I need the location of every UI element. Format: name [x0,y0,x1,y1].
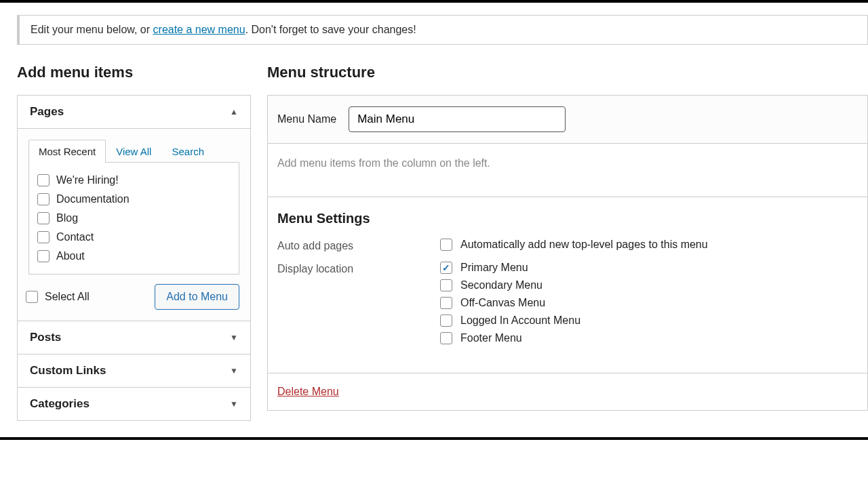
bottom-border [0,437,868,440]
checkbox[interactable] [37,250,50,262]
page-label: About [56,250,85,262]
page-label: Contact [56,231,94,243]
notice-prefix: Edit your menu below, or [31,24,153,35]
page-item[interactable]: Documentation [36,190,232,209]
chevron-down-icon [230,333,238,342]
location-label: Footer Menu [460,332,522,344]
tab-search[interactable]: Search [161,140,214,163]
accordion: Pages Most Recent View All Search We're … [17,95,251,421]
add-to-menu-button[interactable]: Add to Menu [155,284,239,310]
pages-tabs: Most Recent View All Search [28,140,239,163]
tab-view-all[interactable]: View All [106,140,161,163]
location-secondary-menu[interactable]: Secondary Menu [440,279,580,291]
tab-most-recent[interactable]: Most Recent [28,140,106,163]
accordion-categories-header[interactable]: Categories [18,387,250,420]
edit-menu-notice: Edit your menu below, or create a new me… [17,15,868,45]
delete-menu-link[interactable]: Delete Menu [277,386,339,397]
select-all-row[interactable]: Select All [26,291,90,303]
accordion-custom-links-title: Custom Links [30,364,106,378]
checkbox[interactable] [440,332,452,344]
checkbox[interactable] [440,314,452,327]
location-label: Logged In Account Menu [460,314,580,327]
display-location-row: Display location Primary Menu Secondary … [277,262,858,344]
add-menu-items-heading: Add menu items [17,64,251,81]
checkbox[interactable] [37,212,50,224]
display-location-label: Display location [277,262,440,275]
pages-footer: Select All Add to Menu [28,274,239,310]
location-logged-in-account-menu[interactable]: Logged In Account Menu [440,314,580,327]
accordion-posts-title: Posts [30,331,61,344]
checkbox[interactable] [37,193,50,205]
menu-structure-heading: Menu structure [267,64,868,81]
accordion-custom-links-header[interactable]: Custom Links [18,354,250,387]
page-label: We're Hiring! [56,174,119,186]
location-footer-menu[interactable]: Footer Menu [440,332,580,344]
chevron-down-icon [230,366,238,375]
page-item[interactable]: Blog [36,209,232,228]
checkbox[interactable] [440,297,452,309]
empty-structure-message: Add menu items from the column on the le… [268,144,867,197]
pages-list-box: We're Hiring! Documentation Blog Contact [28,162,239,274]
menu-name-row: Menu Name [268,96,867,144]
checkbox[interactable] [440,262,452,274]
location-primary-menu[interactable]: Primary Menu [440,262,580,274]
menu-name-input[interactable] [349,106,566,132]
menu-settings-heading: Menu Settings [277,211,858,226]
location-off-canvas-menu[interactable]: Off-Canvas Menu [440,297,580,309]
page-item[interactable]: We're Hiring! [36,171,232,190]
display-location-options: Primary Menu Secondary Menu Off-Canvas M… [440,262,580,344]
checkbox[interactable] [37,174,50,186]
checkbox[interactable] [440,279,452,291]
accordion-pages-body: Most Recent View All Search We're Hiring… [18,128,250,321]
auto-add-pages-label: Auto add pages [277,239,440,252]
menu-name-label: Menu Name [277,113,336,125]
page-label: Documentation [56,193,130,205]
notice-suffix: . Don't forget to save your changes! [245,24,416,35]
auto-add-pages-row: Auto add pages Automatically add new top… [277,239,858,252]
menu-frame: Menu Name Add menu items from the column… [267,95,868,411]
select-all-checkbox[interactable] [26,291,38,303]
menu-settings: Menu Settings Auto add pages Automatical… [268,197,867,373]
auto-add-option-label: Automatically add new top-level pages to… [460,239,708,251]
delete-menu-row: Delete Menu [268,373,867,410]
location-label: Off-Canvas Menu [460,297,545,309]
top-border [0,0,868,3]
select-all-label: Select All [45,291,90,303]
location-label: Secondary Menu [460,279,542,291]
page-item[interactable]: Contact [36,228,232,247]
auto-add-option[interactable]: Automatically add new top-level pages to… [440,239,708,251]
accordion-pages-title: Pages [30,105,64,119]
accordion-categories-title: Categories [30,397,90,411]
page-label: Blog [56,212,78,224]
page-item[interactable]: About [36,247,232,266]
accordion-pages-header[interactable]: Pages [18,96,250,128]
location-label: Primary Menu [460,262,528,274]
accordion-posts-header[interactable]: Posts [18,321,250,354]
create-new-menu-link[interactable]: create a new menu [153,24,245,35]
chevron-up-icon [230,107,238,117]
checkbox[interactable] [440,239,452,251]
chevron-down-icon [230,399,238,409]
checkbox[interactable] [37,231,50,243]
